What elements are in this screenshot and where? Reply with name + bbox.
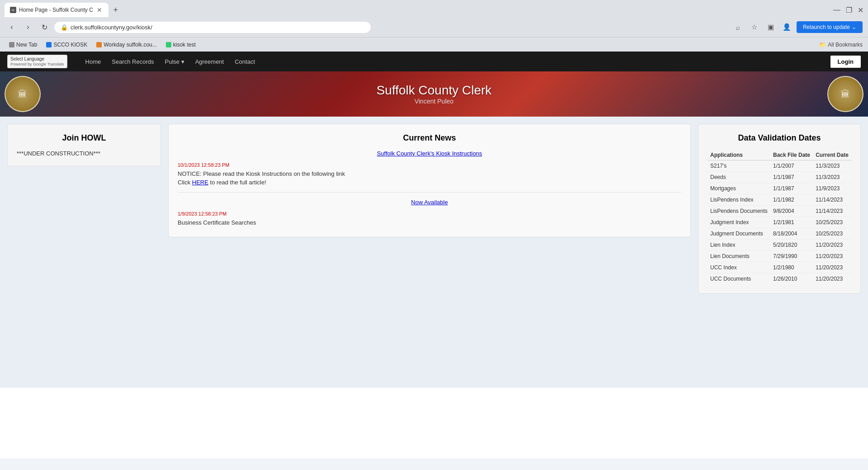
table-cell: UCC Index [708, 262, 770, 273]
table-cell: 5/20/1820 [770, 240, 813, 251]
table-row: Lien Index5/20/182011/20/2023 [708, 240, 851, 251]
table-cell: LisPendens Index [708, 194, 770, 206]
table-cell: 11/20/2023 [813, 273, 851, 285]
nav-home[interactable]: Home [85, 58, 101, 65]
table-cell: 1/26/2010 [770, 273, 813, 285]
site-nav: Select Language Powered by Google Transl… [0, 52, 868, 71]
table-row: S217's1/1/200711/3/2023 [708, 160, 851, 172]
bookmarks-bar: New Tab SCCO KIOSK Workday suffolk.cou..… [0, 37, 868, 52]
news-here-link[interactable]: HERE [192, 179, 208, 186]
minimize-button[interactable]: — [833, 6, 840, 14]
nav-links: Home Search Records Pulse ▾ Agreement Co… [85, 58, 255, 65]
login-button[interactable]: Login [830, 56, 861, 68]
table-cell: 11/3/2023 [813, 172, 851, 183]
bookmark-label-4: kisok test [173, 42, 196, 48]
refresh-button[interactable]: ↻ [38, 21, 51, 33]
seal-left: 🏛 [5, 76, 41, 112]
table-cell: 1/1/1982 [770, 194, 813, 206]
back-button[interactable]: ‹ [5, 21, 18, 33]
title-bar: H Home Page - Suffolk County C ✕ + — ❐ ✕ [0, 0, 868, 17]
table-cell: UCC Documents [708, 273, 770, 285]
hero-text: Suffolk County Clerk Vincent Puleo [377, 83, 492, 105]
news-timestamp-1: 10/1/2023 12:58:23 PM [178, 162, 681, 168]
bookmark-new-tab[interactable]: New Tab [5, 41, 41, 49]
table-cell: 11/14/2023 [813, 206, 851, 217]
news-cta: Click HERE to read the full article! [178, 179, 681, 186]
col-header-applications: Applications [708, 150, 770, 160]
hero-banner: 🏛 Suffolk County Clerk Vincent Puleo 🏛 [0, 71, 868, 117]
table-row: UCC Documents1/26/201011/20/2023 [708, 273, 851, 285]
table-row: LisPendens Index1/1/198211/14/2023 [708, 194, 851, 206]
table-cell: 1/1/1987 [770, 183, 813, 194]
news-divider [178, 192, 681, 193]
new-tab-button[interactable]: + [109, 4, 122, 16]
news-timestamp-2: 1/9/2023 12:58:23 PM [178, 211, 681, 216]
table-header-row: Applications Back File Date Current Date [708, 150, 851, 160]
table-cell: LisPendens Documents [708, 206, 770, 217]
table-cell: 10/25/2023 [813, 217, 851, 228]
bookmark-kiosk-test[interactable]: kisok test [162, 41, 199, 49]
account-icon[interactable]: 👤 [780, 20, 794, 34]
table-cell: Lien Documents [708, 251, 770, 262]
bookmark-label-2: SCCO KIOSK [53, 42, 87, 48]
google-translate-widget[interactable]: Select Language Powered by Google Transl… [7, 55, 67, 69]
bookmark-favicon-3 [96, 42, 102, 47]
nav-pulse[interactable]: Pulse ▾ [165, 58, 184, 65]
bookmark-star-icon[interactable]: ☆ [748, 20, 761, 34]
left-panel-title: Join HOWL [17, 133, 151, 143]
tab-bar: H Home Page - Suffolk County C ✕ + [5, 3, 122, 17]
left-panel: Join HOWL ***UNDER CONSTRUCTION*** [7, 124, 161, 166]
table-cell: 11/14/2023 [813, 194, 851, 206]
news-kiosk-instructions-link[interactable]: Suffolk County Clerk's Kiosk Instruction… [178, 150, 681, 157]
url-bar[interactable]: 🔒 clerk.suffolkcountyny.gov/kiosk/ [54, 22, 371, 33]
dvd-table: Applications Back File Date Current Date… [708, 150, 851, 284]
table-cell: 10/25/2023 [813, 228, 851, 240]
table-row: Deeds1/1/198711/3/2023 [708, 172, 851, 183]
center-panel: Current News Suffolk County Clerk's Kios… [168, 124, 691, 237]
under-construction-text: ***UNDER CONSTRUCTION*** [17, 150, 151, 157]
tab-favicon: H [10, 7, 16, 13]
nav-search-records[interactable]: Search Records [112, 58, 154, 65]
profile-icon[interactable]: ▣ [764, 20, 778, 34]
table-row: UCC Index1/2/198011/20/2023 [708, 262, 851, 273]
nav-contact[interactable]: Contact [235, 58, 255, 65]
tab-close-button[interactable]: ✕ [96, 7, 103, 13]
table-cell: 11/20/2023 [813, 251, 851, 262]
forward-button[interactable]: › [22, 21, 34, 33]
col-header-back-file-date: Back File Date [770, 150, 813, 160]
search-icon[interactable]: ⌕ [731, 20, 745, 34]
col-header-current-date: Current Date [813, 150, 851, 160]
close-button[interactable]: ✕ [858, 6, 863, 14]
right-panel: Data Validation Dates Applications Back … [698, 124, 861, 294]
bookmark-favicon-4 [166, 42, 171, 47]
dvd-title: Data Validation Dates [708, 133, 851, 143]
nav-agreement[interactable]: Agreement [195, 58, 224, 65]
toolbar-icons: ⌕ ☆ ▣ 👤 Relaunch to update ⌄ [731, 20, 863, 34]
bookmark-favicon [9, 42, 14, 47]
bookmark-scco-kiosk[interactable]: SCCO KIOSK [42, 41, 91, 49]
table-cell: 1/2/1981 [770, 217, 813, 228]
table-cell: 11/20/2023 [813, 262, 851, 273]
table-row: Judgment Index1/2/198110/25/2023 [708, 217, 851, 228]
table-cell: Judgment Documents [708, 228, 770, 240]
bookmark-workday[interactable]: Workday suffolk.cou... [93, 41, 160, 49]
table-cell: 1/2/1980 [770, 262, 813, 273]
maximize-button[interactable]: ❐ [846, 6, 852, 14]
table-row: Judgment Documents8/18/200410/25/2023 [708, 228, 851, 240]
table-cell: 8/18/2004 [770, 228, 813, 240]
table-cell: Mortgages [708, 183, 770, 194]
active-tab[interactable]: H Home Page - Suffolk County C ✕ [5, 3, 108, 17]
news-available-link[interactable]: Now Available [178, 199, 681, 206]
table-cell: 11/20/2023 [813, 240, 851, 251]
bookmark-favicon-2 [46, 42, 52, 47]
table-cell: 1/1/1987 [770, 172, 813, 183]
table-cell: Lien Index [708, 240, 770, 251]
seal-right: 🏛 [827, 76, 863, 112]
relaunch-button[interactable]: Relaunch to update ⌄ [797, 21, 863, 33]
table-cell: 7/29/1990 [770, 251, 813, 262]
address-bar: ‹ › ↻ 🔒 clerk.suffolkcountyny.gov/kiosk/… [0, 17, 868, 37]
all-bookmarks-button[interactable]: 📁 All Bookmarks [819, 42, 863, 48]
hero-subtitle: Vincent Puleo [377, 98, 492, 105]
website: Select Language Powered by Google Transl… [0, 52, 868, 458]
table-cell: Deeds [708, 172, 770, 183]
